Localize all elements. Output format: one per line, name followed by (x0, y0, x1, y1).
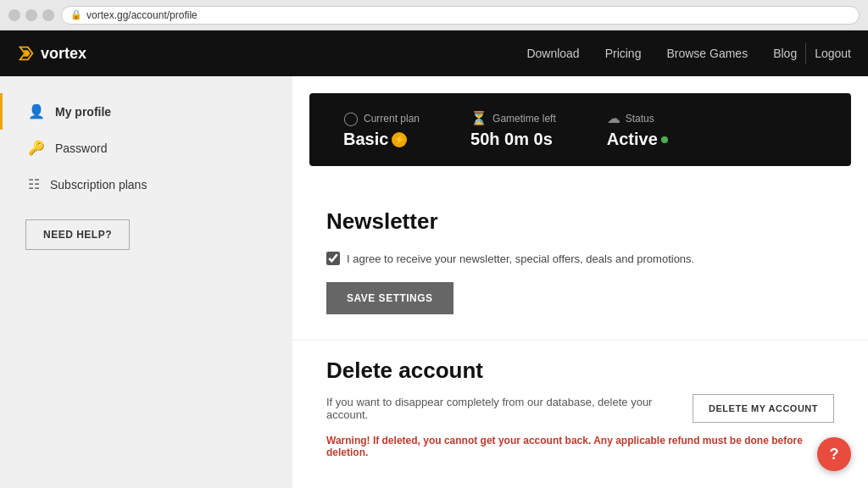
active-dot (661, 136, 668, 143)
status-label-text: Status (626, 113, 654, 125)
sidebar-item-label: Subscription plans (50, 178, 147, 191)
delete-desc-row: If you want to disappear completely from… (326, 394, 834, 423)
sidebar: 👤 My profile 🔑 Password ☷ Subscription p… (0, 76, 292, 488)
current-plan-value: Basic (343, 130, 388, 149)
refresh-button[interactable]: ⟳ (42, 9, 54, 21)
nav-links: Download Pricing Browse Games Blog (526, 47, 797, 60)
newsletter-checkbox-row: I agree to receive your newsletter, spec… (326, 252, 834, 265)
status-gametime: ⏳ Gametime left 50h 0m 0s (470, 110, 556, 149)
status-current-plan: ◯ Current plan Basic ⚡ (343, 110, 420, 149)
delete-description: If you want to disappear completely from… (326, 396, 676, 421)
main-layout: 👤 My profile 🔑 Password ☷ Subscription p… (0, 76, 868, 488)
url-text: vortex.gg/account/profile (86, 9, 198, 21)
newsletter-section: Newsletter I agree to receive your newsl… (292, 183, 868, 340)
top-nav: vortex Download Pricing Browse Games Blo… (0, 30, 868, 76)
delete-account-title: Delete account (326, 358, 834, 384)
logo[interactable]: vortex (17, 44, 86, 63)
address-bar[interactable]: 🔒 vortex.gg/account/profile (61, 6, 860, 25)
sidebar-item-password[interactable]: 🔑 Password (0, 130, 292, 166)
list-icon: ☷ (28, 176, 40, 192)
nav-divider (805, 43, 806, 64)
logo-text: vortex (41, 45, 86, 63)
nav-pricing[interactable]: Pricing (605, 47, 642, 60)
sidebar-item-subscription[interactable]: ☷ Subscription plans (0, 166, 292, 202)
delete-account-section: Delete account If you want to disappear … (292, 340, 868, 484)
newsletter-checkbox-label: I agree to receive your newsletter, spec… (347, 252, 694, 265)
lock-icon: 🔒 (70, 9, 82, 20)
status-value-text: Active (607, 130, 658, 149)
current-plan-label: Current plan (364, 113, 420, 125)
gametime-value: 50h 0m 0s (470, 130, 553, 149)
help-icon: ? (830, 446, 839, 463)
basic-badge: ⚡ (392, 132, 407, 147)
status-active: ☁ Status Active (607, 110, 668, 149)
logout-link[interactable]: Logout (815, 47, 851, 60)
need-help-button[interactable]: NEED HELP? (25, 219, 130, 250)
logo-icon (17, 44, 36, 63)
save-settings-button[interactable]: SAVE SETTINGS (326, 282, 453, 314)
newsletter-checkbox[interactable] (326, 252, 340, 265)
content-area: ◯ Current plan Basic ⚡ ⏳ Gametime left 5… (292, 76, 868, 488)
key-icon: 🔑 (28, 140, 45, 156)
plan-icon: ◯ (343, 110, 359, 126)
nav-blog[interactable]: Blog (773, 47, 797, 60)
person-icon: 👤 (28, 103, 45, 119)
gametime-label: Gametime left (492, 113, 556, 125)
sidebar-item-label: Password (55, 141, 107, 155)
browser-chrome: ← → ⟳ 🔒 vortex.gg/account/profile (0, 0, 868, 30)
back-button[interactable]: ← (8, 9, 20, 21)
nav-download[interactable]: Download (526, 47, 579, 60)
newsletter-title: Newsletter (326, 208, 834, 235)
help-bubble[interactable]: ? (817, 437, 851, 471)
forward-button[interactable]: → (25, 9, 37, 21)
sidebar-item-my-profile[interactable]: 👤 My profile (0, 93, 292, 130)
sidebar-item-label: My profile (55, 105, 111, 119)
status-banner: ◯ Current plan Basic ⚡ ⏳ Gametime left 5… (309, 93, 851, 166)
browser-controls: ← → ⟳ (8, 9, 54, 21)
nav-browse-games[interactable]: Browse Games (666, 47, 748, 60)
timer-icon: ⏳ (470, 110, 487, 126)
cloud-icon: ☁ (607, 110, 620, 126)
delete-warning-text: Warning! If deleted, you cannot get your… (326, 435, 834, 458)
delete-my-account-button[interactable]: DELETE MY ACCOUNT (693, 394, 834, 423)
